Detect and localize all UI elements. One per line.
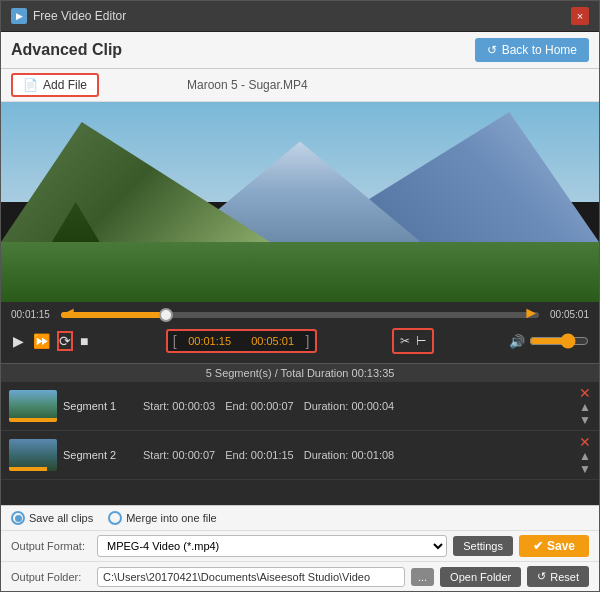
video-filename: Maroon 5 - Sugar.MP4: [187, 78, 308, 92]
segments-header: 5 Segment(s) / Total Duration 00:13:35: [1, 363, 599, 382]
close-button[interactable]: ×: [571, 7, 589, 25]
add-file-label: Add File: [43, 78, 87, 92]
main-window: ▶ Free Video Editor × Advanced Clip ↺ Ba…: [0, 0, 600, 592]
segment-1-duration: Duration: 00:00:04: [304, 400, 395, 412]
segment-2-start: Start: 00:00:07: [143, 449, 215, 461]
folder-label: Output Folder:: [11, 571, 91, 583]
save-all-label: Save all clips: [29, 512, 93, 524]
segment-2-duration: Duration: 00:01:08: [304, 449, 395, 461]
segment-2-name: Segment 2: [63, 449, 133, 461]
cut-buttons: ✂ ⊢: [392, 328, 434, 354]
add-file-icon: 📄: [23, 78, 38, 92]
segment-1-down[interactable]: ▼: [579, 414, 591, 426]
play-button[interactable]: ▶: [11, 331, 26, 351]
format-label: Output Format:: [11, 540, 91, 552]
segment-1-info: Segment 1 Start: 00:00:03 End: 00:00:07 …: [63, 400, 569, 412]
save-label: Save: [547, 539, 575, 553]
progress-track[interactable]: ◄ ►: [61, 312, 539, 318]
app-icon: ▶: [11, 8, 27, 24]
segment-1-start: Start: 00:00:03: [143, 400, 215, 412]
reset-icon: ↺: [537, 570, 546, 583]
segment-row: Segment 1 Start: 00:00:03 End: 00:00:07 …: [1, 382, 599, 431]
folder-path-input[interactable]: [97, 567, 405, 587]
reset-button[interactable]: ↺ Reset: [527, 566, 589, 587]
add-file-button[interactable]: 📄 Add File: [11, 73, 99, 97]
segment-1-controls: ✕ ▲ ▼: [579, 386, 591, 426]
segment-1-up[interactable]: ▲: [579, 401, 591, 413]
end-time-input[interactable]: [243, 335, 303, 347]
check-icon: ✔: [533, 539, 543, 553]
timeline-bar: 00:01:15 ◄ ► 00:05:01: [11, 306, 589, 323]
video-frame: [1, 102, 599, 302]
segment-thumb-bar: [9, 418, 57, 422]
stop-button[interactable]: ■: [78, 331, 90, 351]
split-button[interactable]: ⊢: [414, 332, 428, 350]
time-start-label: 00:01:15: [11, 309, 56, 320]
valley-floor: [1, 242, 599, 302]
output-folder-row: Output Folder: ... Open Folder ↺ Reset: [1, 561, 599, 591]
segment-row: Segment 2 Start: 00:00:07 End: 00:01:15 …: [1, 431, 599, 480]
open-folder-button[interactable]: Open Folder: [440, 567, 521, 587]
segment-1-name: Segment 1: [63, 400, 133, 412]
merge-radio[interactable]: [108, 511, 122, 525]
title-bar: ▶ Free Video Editor ×: [1, 1, 599, 32]
merge-label: Merge into one file: [126, 512, 217, 524]
title-bar-left: ▶ Free Video Editor: [11, 8, 126, 24]
segment-2-controls: ✕ ▲ ▼: [579, 435, 591, 475]
play-controls: ▶ ⏩ ⟳ ■: [11, 331, 90, 351]
segments-summary: 5 Segment(s) / Total Duration 00:13:35: [206, 367, 395, 379]
segment-thumb-bar: [9, 467, 47, 471]
save-reset-col: ✔ Save: [519, 535, 589, 557]
page-title: Advanced Clip: [11, 41, 122, 59]
save-all-radio[interactable]: [11, 511, 25, 525]
settings-button[interactable]: Settings: [453, 536, 513, 556]
bracket-right-icon: ]: [306, 333, 310, 349]
video-preview: [1, 102, 599, 302]
time-end-label: 00:05:01: [544, 309, 589, 320]
toolbar: 📄 Add File Maroon 5 - Sugar.MP4: [1, 69, 599, 102]
time-edit-group: [ ]: [166, 329, 317, 353]
save-button[interactable]: ✔ Save: [519, 535, 589, 557]
back-btn-label: Back to Home: [502, 43, 577, 57]
segment-2-down[interactable]: ▼: [579, 463, 591, 475]
bracket-left-icon: [: [173, 333, 177, 349]
reset-label: Reset: [550, 571, 579, 583]
trim-handle-right[interactable]: ►: [523, 304, 539, 322]
segment-2-end: End: 00:01:15: [225, 449, 294, 461]
refresh-icon: ↺: [487, 43, 497, 57]
segment-2-info: Segment 2 Start: 00:00:07 End: 00:01:15 …: [63, 449, 569, 461]
segment-1-thumbnail: [9, 390, 57, 422]
controls-row: ▶ ⏩ ⟳ ■ [ ] ✂ ⊢ 🔊: [11, 323, 589, 359]
segment-2-thumbnail: [9, 439, 57, 471]
cut-button[interactable]: ✂: [398, 332, 412, 350]
output-format-row: Output Format: MPEG-4 Video (*.mp4) Sett…: [1, 530, 599, 561]
segments-list: Segment 1 Start: 00:00:03 End: 00:00:07 …: [1, 382, 599, 505]
format-select[interactable]: MPEG-4 Video (*.mp4): [97, 535, 447, 557]
back-to-home-button[interactable]: ↺ Back to Home: [475, 38, 589, 62]
volume-slider[interactable]: [529, 333, 589, 349]
fast-forward-button[interactable]: ⏩: [31, 331, 52, 351]
timeline-area: 00:01:15 ◄ ► 00:05:01 ▶ ⏩ ⟳ ■ [ ]: [1, 302, 599, 363]
segment-1-delete[interactable]: ✕: [579, 386, 591, 400]
save-options: Save all clips Merge into one file: [1, 505, 599, 530]
browse-folder-button[interactable]: ...: [411, 568, 434, 586]
window-title: Free Video Editor: [33, 9, 126, 23]
segment-1-end: End: 00:00:07: [225, 400, 294, 412]
header: Advanced Clip ↺ Back to Home: [1, 32, 599, 69]
segment-2-up[interactable]: ▲: [579, 450, 591, 462]
save-all-clips-option[interactable]: Save all clips: [11, 511, 93, 525]
trim-handle-left[interactable]: ◄: [61, 304, 77, 322]
volume-icon: 🔊: [509, 334, 525, 349]
loop-button[interactable]: ⟳: [57, 331, 73, 351]
volume-area: 🔊: [509, 333, 589, 349]
start-time-input[interactable]: [180, 335, 240, 347]
progress-handle[interactable]: [159, 308, 173, 322]
reset-col: ↺ Reset: [527, 566, 589, 587]
segment-2-delete[interactable]: ✕: [579, 435, 591, 449]
merge-into-one-option[interactable]: Merge into one file: [108, 511, 217, 525]
